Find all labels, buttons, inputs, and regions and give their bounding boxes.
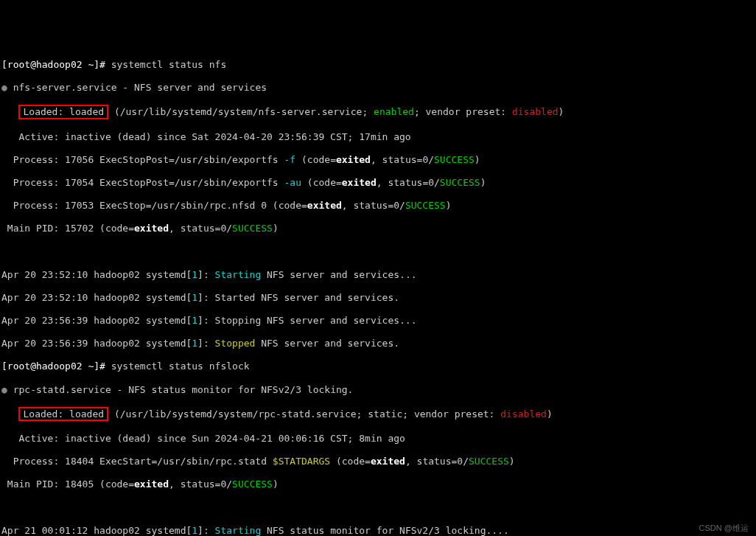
enabled-status: enabled <box>374 106 414 117</box>
active-line: Active: inactive (dead) since Sat 2024-0… <box>1 131 755 143</box>
active-line: Active: inactive (dead) since Sun 2024-0… <box>1 433 755 445</box>
bullet-icon: ● <box>1 82 13 93</box>
loaded-highlight: Loaded: loaded <box>18 407 108 422</box>
terminal-output: [root@hadoop02 ~]# systemctl status nfs … <box>1 47 755 536</box>
shell-prompt: [root@hadoop02 ~]# <box>1 59 111 70</box>
shell-prompt: [root@hadoop02 ~]# <box>1 361 111 372</box>
disabled-status: disabled <box>512 106 559 117</box>
command-text: systemctl status nfslock <box>111 361 250 372</box>
watermark: CSDN @维运 <box>699 523 749 533</box>
unit-name: rpc-statd.service <box>13 384 111 395</box>
bullet-icon: ● <box>1 384 13 395</box>
command-text: systemctl status nfs <box>111 59 227 70</box>
loaded-highlight: Loaded: loaded <box>18 105 108 119</box>
unit-name: nfs-server.service <box>13 82 117 93</box>
